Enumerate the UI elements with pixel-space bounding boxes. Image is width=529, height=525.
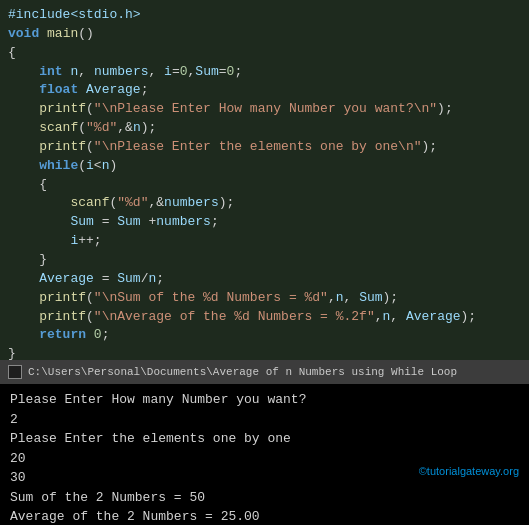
- code-line: scanf("%d",&numbers);: [8, 194, 521, 213]
- code-line: }: [8, 251, 521, 270]
- code-line: printf("\nPlease Enter How many Number y…: [8, 100, 521, 119]
- code-editor: #include<stdio.h> void main() { int n, n…: [0, 0, 529, 360]
- code-line: printf("\nPlease Enter the elements one …: [8, 138, 521, 157]
- code-line: Sum = Sum +numbers;: [8, 213, 521, 232]
- code-line: }: [8, 345, 521, 360]
- code-line: #include<stdio.h>: [8, 6, 521, 25]
- code-line: Average = Sum/n;: [8, 270, 521, 289]
- terminal-title: C:\Users\Personal\Documents\Average of n…: [28, 366, 457, 378]
- code-line: {: [8, 176, 521, 195]
- terminal-line: Average of the 2 Numbers = 25.00: [10, 507, 519, 525]
- terminal-output: Please Enter How many Number you want? 2…: [0, 384, 529, 525]
- terminal-line: Please Enter How many Number you want?: [10, 390, 519, 410]
- code-line: i++;: [8, 232, 521, 251]
- code-line: while(i<n): [8, 157, 521, 176]
- code-line: printf("\nSum of the %d Numbers = %d",n,…: [8, 289, 521, 308]
- watermark: ©tutorialgateway.org: [419, 465, 519, 477]
- terminal-line: Sum of the 2 Numbers = 50: [10, 488, 519, 508]
- code-line: float Average;: [8, 81, 521, 100]
- code-line: return 0;: [8, 326, 521, 345]
- terminal-line: 2: [10, 410, 519, 430]
- terminal-line: Please Enter the elements one by one: [10, 429, 519, 449]
- code-line: printf("\nAverage of the %d Numbers = %.…: [8, 308, 521, 327]
- code-line: void main(): [8, 25, 521, 44]
- code-line: int n, numbers, i=0,Sum=0;: [8, 63, 521, 82]
- terminal-bar: C:\Users\Personal\Documents\Average of n…: [0, 360, 529, 384]
- code-line: scanf("%d",&n);: [8, 119, 521, 138]
- terminal-icon: [8, 365, 22, 379]
- code-line: {: [8, 44, 521, 63]
